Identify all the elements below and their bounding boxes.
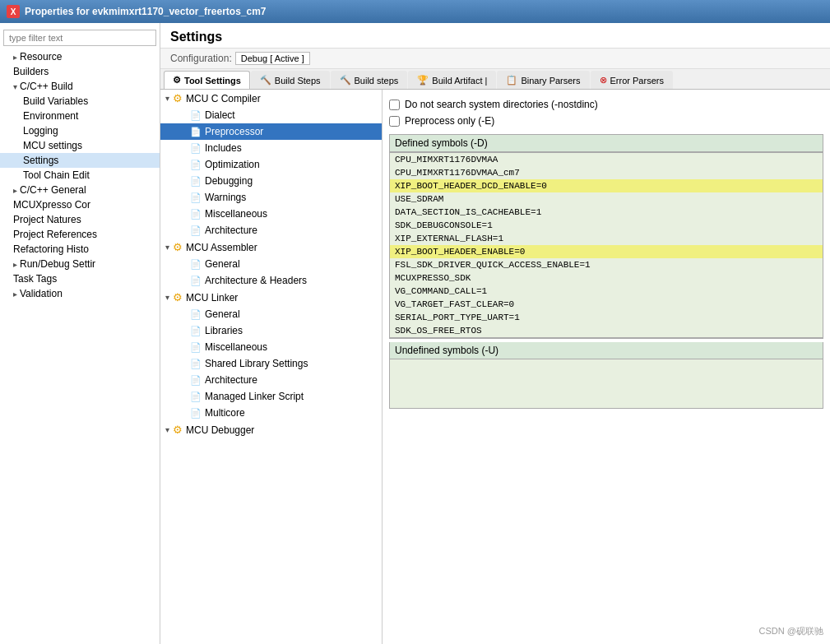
sidebar-item-builders[interactable]: Builders	[0, 64, 160, 79]
sidebar-item-cpp-general[interactable]: C/C++ General	[0, 183, 160, 197]
filter-input[interactable]	[3, 30, 156, 46]
symbol-14[interactable]: SDK_OS_FREE_RTOS	[390, 324, 823, 338]
optimization-item[interactable]: 📄 Optimization	[160, 156, 382, 173]
config-bar: Configuration: Debug [ Active ]	[160, 49, 830, 69]
linker-arch-item[interactable]: 📄 Architecture	[160, 372, 382, 388]
sidebar: Resource Builders C/C++ Build Build Vari…	[0, 23, 160, 644]
libraries-item[interactable]: 📄 Libraries	[160, 322, 382, 339]
symbol-4[interactable]: USE_SDRAM	[390, 192, 823, 206]
linker-general-item[interactable]: 📄 General	[160, 306, 382, 322]
warnings-item[interactable]: 📄 Warnings	[160, 189, 382, 206]
undefined-symbols-area	[389, 359, 823, 409]
mcu-c-compiler[interactable]: ⚙ MCU C Compiler	[160, 90, 382, 107]
dialect-item[interactable]: 📄 Dialect	[160, 107, 382, 123]
linker-arch-icon: 📄	[190, 375, 202, 386]
defined-symbols-label: Defined symbols (-D)	[389, 134, 823, 152]
build-steps-2-icon: 🔨	[340, 75, 351, 86]
sidebar-item-refactoring[interactable]: Refactoring Histo	[0, 242, 160, 257]
arch-headers-item[interactable]: 📄 Architecture & Headers	[160, 272, 382, 289]
sidebar-item-validation[interactable]: Validation	[0, 286, 160, 301]
tabs-bar: ⚙ Tool Settings 🔨 Build Steps 🔨 Build st…	[160, 69, 830, 90]
symbol-11[interactable]: VG_COMMAND_CALL=1	[390, 285, 823, 298]
mcu-assembler[interactable]: ⚙ MCU Assembler	[160, 239, 382, 256]
mcu-linker[interactable]: ⚙ MCU Linker	[160, 289, 382, 306]
symbol-13[interactable]: SERIAL_PORT_TYPE_UART=1	[390, 311, 823, 324]
expand-arrow	[13, 260, 17, 269]
sidebar-item-mcu-settings[interactable]: MCU settings	[0, 138, 160, 153]
sidebar-item-build-variables[interactable]: Build Variables	[0, 94, 160, 109]
symbols-list: CPU_MIMXRT1176DVMAA CPU_MIMXRT1176DVMAA_…	[389, 152, 823, 339]
debugger-gear-icon: ⚙	[173, 424, 183, 436]
shared-lib-item[interactable]: 📄 Shared Library Settings	[160, 355, 382, 372]
tab-tool-settings[interactable]: ⚙ Tool Settings	[164, 71, 250, 89]
libraries-icon: 📄	[190, 326, 202, 336]
misc-icon: 📄	[190, 209, 202, 220]
sidebar-item-cpp-build[interactable]: C/C++ Build	[0, 79, 160, 94]
debugging-icon: 📄	[190, 176, 202, 187]
linker-expand-arrow	[165, 293, 169, 302]
tab-build-artifact[interactable]: 🏆 Build Artifact |	[408, 71, 496, 89]
expand-arrow	[13, 290, 17, 299]
architecture-item[interactable]: 📄 Architecture	[160, 222, 382, 239]
asm-general-item[interactable]: 📄 General	[160, 256, 382, 272]
sidebar-item-project-references[interactable]: Project References	[0, 227, 160, 242]
expand-arrow	[13, 53, 17, 62]
no-search-row: Do not search system directories (-nostd…	[389, 96, 823, 113]
error-parsers-icon: ⊗	[600, 75, 607, 86]
sidebar-item-settings[interactable]: Settings	[0, 153, 160, 168]
content-area: Settings Configuration: Debug [ Active ]…	[160, 23, 830, 644]
symbol-12[interactable]: VG_TARGET_FAST_CLEAR=0	[390, 298, 823, 311]
sidebar-item-environment[interactable]: Environment	[0, 109, 160, 123]
includes-icon: 📄	[190, 143, 202, 154]
symbol-5[interactable]: DATA_SECTION_IS_CACHEABLE=1	[390, 206, 823, 219]
tab-build-steps-2[interactable]: 🔨 Build steps	[331, 71, 408, 89]
tab-binary-parsers[interactable]: 📋 Binary Parsers	[497, 71, 589, 89]
preprocessor-icon: 📄	[190, 127, 202, 137]
linker-misc-item[interactable]: 📄 Miscellaneous	[160, 339, 382, 355]
managed-linker-icon: 📄	[190, 391, 202, 402]
mcu-debugger[interactable]: ⚙ MCU Debugger	[160, 421, 382, 438]
sidebar-item-run-debug[interactable]: Run/Debug Settir	[0, 257, 160, 271]
sidebar-item-resource[interactable]: Resource	[0, 49, 160, 64]
sidebar-item-mcuxpresso[interactable]: MCUXpresso Cor	[0, 197, 160, 212]
managed-linker-item[interactable]: 📄 Managed Linker Script	[160, 388, 382, 405]
window-title: Properties for evkmimxrt1170_vector_free…	[25, 6, 267, 17]
no-search-checkbox[interactable]	[389, 100, 400, 110]
arch-icon: 📄	[190, 225, 202, 236]
symbol-10[interactable]: MCUXPRESSO_SDK	[390, 271, 823, 285]
sidebar-item-logging[interactable]: Logging	[0, 123, 160, 138]
split-area: ⚙ MCU C Compiler 📄 Dialect 📄 Preprocesso…	[160, 90, 830, 644]
sidebar-item-project-natures[interactable]: Project Natures	[0, 212, 160, 227]
preprocess-only-row: Preprocess only (-E)	[389, 113, 823, 129]
app-icon: X	[7, 5, 20, 18]
tab-error-parsers[interactable]: ⊗ Error Parsers	[591, 71, 673, 89]
sidebar-item-task-tags[interactable]: Task Tags	[0, 271, 160, 286]
preprocess-only-checkbox[interactable]	[389, 116, 400, 127]
build-artifact-icon: 🏆	[417, 75, 429, 86]
symbol-1[interactable]: CPU_MIMXRT1176DVMAA	[390, 153, 823, 166]
binary-parsers-icon: 📋	[506, 75, 517, 86]
symbol-8[interactable]: XIP_BOOT_HEADER_ENABLE=0	[390, 245, 823, 258]
symbol-7[interactable]: XIP_EXTERNAL_FLASH=1	[390, 232, 823, 245]
symbol-6[interactable]: SDK_DEBUGCONSOLE=1	[390, 219, 823, 232]
sidebar-item-tool-chain-edit[interactable]: Tool Chain Edit	[0, 168, 160, 183]
warnings-icon: 📄	[190, 192, 202, 203]
assembler-expand-arrow	[165, 243, 169, 252]
symbol-2[interactable]: CPU_MIMXRT1176DVMAA_cm7	[390, 166, 823, 179]
miscellaneous-item[interactable]: 📄 Miscellaneous	[160, 206, 382, 222]
includes-item[interactable]: 📄 Includes	[160, 140, 382, 156]
linker-gear-icon: ⚙	[173, 291, 183, 303]
symbol-9[interactable]: FSL_SDK_DRIVER_QUICK_ACCESS_ENABLE=1	[390, 258, 823, 271]
symbol-3[interactable]: XIP_BOOT_HEADER_DCD_ENABLE=0	[390, 179, 823, 192]
settings-panel: Do not search system directories (-nostd…	[383, 90, 830, 644]
dialect-icon: 📄	[190, 110, 202, 121]
tool-settings-icon: ⚙	[173, 75, 181, 86]
title-bar: X Properties for evkmimxrt1170_vector_fr…	[0, 0, 830, 23]
tool-tree-panel: ⚙ MCU C Compiler 📄 Dialect 📄 Preprocesso…	[160, 90, 383, 644]
debugging-item[interactable]: 📄 Debugging	[160, 173, 382, 189]
preprocessor-item[interactable]: 📄 Preprocessor	[160, 123, 382, 140]
tab-build-steps[interactable]: 🔨 Build Steps	[251, 71, 330, 89]
expand-arrow-down	[13, 82, 17, 91]
multicore-item[interactable]: 📄 Multicore	[160, 405, 382, 421]
multicore-icon: 📄	[190, 408, 202, 419]
